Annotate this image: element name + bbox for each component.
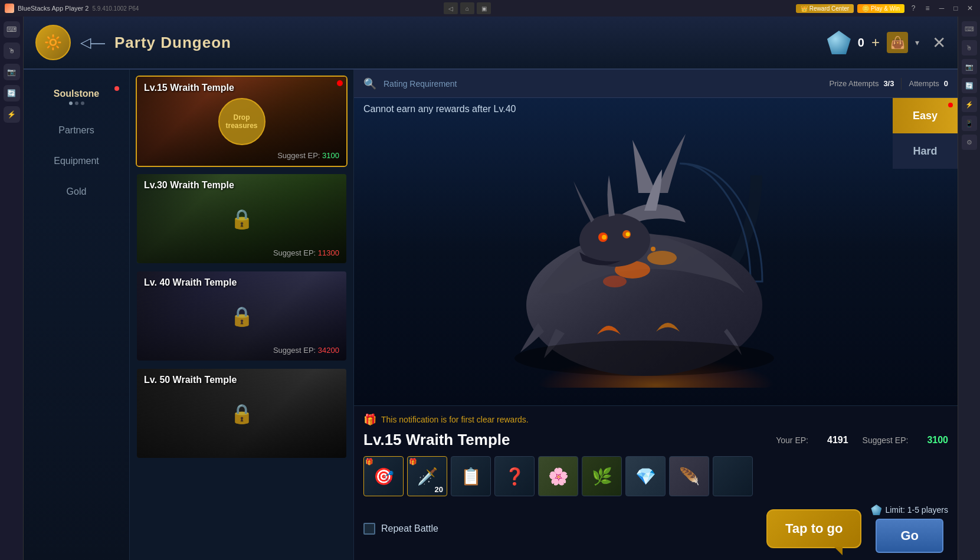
reward-item-5[interactable]: 🌸 bbox=[538, 456, 578, 496]
bs-right-icon-6[interactable]: 📱 bbox=[962, 116, 977, 131]
limit-info: Limit: 1-5 players bbox=[871, 505, 948, 515]
dungeon-card-2[interactable]: Lv.30 Wraith Temple 🔒 Suggest EP: 11300 bbox=[136, 173, 348, 264]
reward-icon-2: 🗡️ bbox=[417, 467, 438, 486]
dungeon-card-3[interactable]: Lv. 40 Wraith Temple 🔒 Suggest EP: 34200 bbox=[136, 270, 348, 362]
star-3 bbox=[81, 101, 84, 105]
bs-icon-4[interactable]: 🔄 bbox=[4, 85, 20, 101]
action-row: Repeat Battle Tap to go Limit: 1-5 playe… bbox=[363, 505, 948, 553]
search-icon: 🔍 bbox=[363, 77, 376, 90]
left-navigation: Soulstone Partners Equipment Gold bbox=[24, 70, 130, 560]
reward-item-4[interactable]: ❓ bbox=[494, 456, 535, 496]
reward-center-button[interactable]: 👑 Reward Center bbox=[796, 4, 854, 13]
titlebar: BlueStacks App Player 2 5.9.410.1002 P64… bbox=[0, 0, 980, 17]
gem-value: 0 bbox=[858, 36, 864, 50]
prize-attempts-value: 3/3 bbox=[883, 79, 894, 88]
difficulty-easy-tab[interactable]: Easy bbox=[893, 98, 958, 133]
svg-point-11 bbox=[602, 235, 607, 240]
repeat-battle-row: Repeat Battle bbox=[363, 523, 438, 535]
bs-right-icon-7[interactable]: ⚙ bbox=[962, 135, 977, 150]
app-title: BlueStacks App Player 2 bbox=[18, 5, 89, 12]
limit-go-group: Limit: 1-5 players Go bbox=[871, 505, 948, 553]
reward-icon-3: 📋 bbox=[461, 467, 481, 486]
bs-icon-1[interactable]: ⌨ bbox=[4, 21, 20, 38]
dungeon-card-4[interactable]: Lv. 50 Wraith Temple 🔒 bbox=[136, 368, 348, 459]
sidebar-item-equipment[interactable]: Equipment bbox=[30, 149, 124, 173]
titlebar-right: 👑 Reward Center 🪙 Play & Win ? ≡ ─ □ ✕ bbox=[796, 3, 975, 14]
help-button[interactable]: ? bbox=[908, 3, 919, 14]
sidebar-item-soulstone[interactable]: Soulstone bbox=[30, 81, 124, 112]
app-icon bbox=[5, 4, 14, 13]
reward-icon-7: 💎 bbox=[635, 467, 656, 486]
boss-image bbox=[354, 98, 958, 405]
coin-icon: 🪙 bbox=[862, 5, 869, 12]
titlebar-nav: ◁ ⌂ ▣ bbox=[444, 2, 491, 14]
repeat-battle-checkbox[interactable] bbox=[363, 523, 375, 535]
limit-label: Limit: 1-5 players bbox=[885, 505, 948, 515]
home-nav-btn[interactable]: ⌂ bbox=[460, 2, 474, 14]
search-placeholder[interactable]: Rating Requirement bbox=[384, 79, 822, 89]
minimize-button[interactable]: ─ bbox=[936, 3, 947, 14]
reward-item-1[interactable]: 🎁 🎯 bbox=[363, 456, 404, 496]
crown-icon: 👑 bbox=[801, 5, 808, 12]
bs-right-icon-3[interactable]: 📷 bbox=[962, 59, 977, 74]
close-window-button[interactable]: ✕ bbox=[965, 3, 975, 14]
bs-icon-2[interactable]: 🖱 bbox=[4, 42, 20, 59]
dungeon-card-1-ep: Suggest EP: 3100 bbox=[277, 151, 339, 160]
dungeon-1-red-dot bbox=[337, 80, 343, 86]
sidebar-item-partners[interactable]: Partners bbox=[30, 118, 124, 143]
page-title: Party Dungeon bbox=[114, 34, 818, 52]
back-nav-btn[interactable]: ◁ bbox=[444, 2, 458, 14]
attempts-value: 0 bbox=[944, 79, 948, 88]
bs-right-icon-1[interactable]: ⌨ bbox=[962, 21, 977, 37]
gift-badge-1: 🎁 bbox=[365, 458, 373, 466]
soulstone-notification-dot bbox=[114, 86, 119, 91]
difficulty-hard-tab[interactable]: Hard bbox=[893, 133, 958, 169]
first-clear-notice: 🎁 This notification is for first clear r… bbox=[363, 413, 948, 426]
reward-item-6[interactable]: 🌿 bbox=[582, 456, 622, 496]
star-1 bbox=[69, 101, 73, 105]
dungeon-card-4-title: Lv. 50 Wraith Temple bbox=[144, 375, 237, 385]
play-win-button[interactable]: 🪙 Play & Win bbox=[857, 4, 904, 13]
app-version: 5.9.410.1002 P64 bbox=[92, 5, 139, 12]
reward-icon-4: ❓ bbox=[504, 467, 525, 486]
sidebar-item-gold[interactable]: Gold bbox=[30, 179, 124, 204]
bs-right-icon-5[interactable]: ⚡ bbox=[962, 97, 977, 112]
dungeon-card-1[interactable]: Lv.15 Wraith Temple Drop treasures Sugge… bbox=[136, 76, 348, 167]
bs-icon-5[interactable]: ⚡ bbox=[4, 106, 20, 123]
history-nav-btn[interactable]: ▣ bbox=[477, 2, 491, 14]
dungeon-1-drop-badge: Drop treasures bbox=[218, 98, 266, 145]
reward-items-row: 🎁 🎯 🎁 🗡️ 20 📋 ❓ bbox=[363, 456, 948, 496]
bs-right-icon-4[interactable]: 🔄 bbox=[962, 78, 977, 93]
suggest-ep-value: 3100 bbox=[927, 435, 948, 446]
bag-icon: 👜 bbox=[887, 32, 908, 53]
reward-count-2: 20 bbox=[435, 485, 443, 494]
bag-dropdown-icon[interactable]: ▾ bbox=[915, 38, 919, 47]
svg-point-12 bbox=[625, 232, 630, 236]
tap-to-go-bubble[interactable]: Tap to go bbox=[766, 509, 861, 548]
right-panel: 🔍 Rating Requirement Prize Attempts 3/3 … bbox=[354, 70, 958, 560]
boss-svg bbox=[479, 116, 833, 388]
dungeon-3-lock-icon: 🔒 bbox=[230, 305, 254, 328]
dungeon-name: Lv.15 Wraith Temple bbox=[363, 431, 510, 449]
go-button[interactable]: Go bbox=[876, 519, 943, 553]
menu-button[interactable]: ≡ bbox=[922, 3, 933, 14]
add-currency-button[interactable]: + bbox=[871, 34, 880, 51]
star-2 bbox=[75, 101, 78, 105]
game-close-button[interactable]: ✕ bbox=[932, 33, 946, 53]
reward-item-3[interactable]: 📋 bbox=[451, 456, 491, 496]
maximize-button[interactable]: □ bbox=[950, 3, 961, 14]
gem-icon bbox=[827, 31, 851, 54]
reward-item-8[interactable]: 🪶 bbox=[669, 456, 709, 496]
bs-icon-3[interactable]: 📷 bbox=[4, 64, 20, 80]
reward-item-7[interactable]: 💎 bbox=[625, 456, 666, 496]
dungeon-card-2-title: Lv.30 Wraith Temple bbox=[144, 180, 234, 191]
reward-item-9[interactable] bbox=[713, 456, 753, 496]
difficulty-tabs: Easy Hard bbox=[893, 98, 958, 169]
reward-item-2[interactable]: 🎁 🗡️ 20 bbox=[407, 456, 447, 496]
bs-right-icon-2[interactable]: 🖱 bbox=[962, 40, 977, 55]
reward-icon-6: 🌿 bbox=[592, 467, 612, 486]
back-arrow-icon: ◁— bbox=[80, 34, 105, 50]
game-back-button[interactable]: ◁— bbox=[80, 34, 105, 51]
repeat-battle-label: Repeat Battle bbox=[381, 523, 438, 534]
svg-point-3 bbox=[647, 251, 677, 265]
